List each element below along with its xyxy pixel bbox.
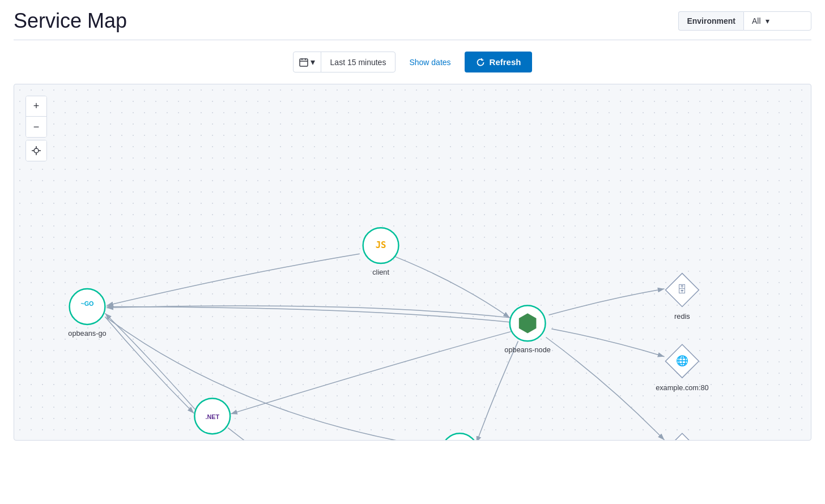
- svg-text:example.com:80: example.com:80: [656, 383, 709, 392]
- zoom-controls: + −: [25, 96, 47, 161]
- environment-label: Environment: [678, 11, 743, 31]
- chevron-down-icon: ▾: [766, 16, 769, 25]
- svg-marker-36: [665, 433, 699, 440]
- edge-opbeans-go-opbeans-dotnet: [105, 317, 194, 413]
- node-client[interactable]: JS client: [363, 228, 399, 276]
- env-value: All: [752, 16, 761, 25]
- node-opbeans-go[interactable]: ~GO opbeans-go: [68, 289, 106, 337]
- svg-text:~GO: ~GO: [80, 300, 93, 307]
- page-title: Service Map: [14, 9, 127, 33]
- edge-client-opbeans-node: [381, 251, 510, 318]
- show-dates-button[interactable]: Show dates: [402, 53, 457, 71]
- refresh-button[interactable]: Refresh: [465, 52, 533, 72]
- time-range-value: Last 15 minutes: [321, 53, 396, 71]
- svg-rect-0: [300, 59, 308, 66]
- service-map[interactable]: + −: [14, 84, 811, 441]
- header-controls: Environment All ▾: [678, 11, 811, 31]
- node-opbeans-java[interactable]: ☕ opbeans-java: [438, 433, 482, 440]
- svg-text:opbeans-node: opbeans-node: [504, 345, 551, 354]
- svg-text:redis: redis: [674, 312, 690, 321]
- crosshair-icon: [31, 146, 41, 156]
- edge-opbeans-node-redis: [548, 289, 664, 315]
- service-map-svg: JS client opbeans-node ~GO opbeans-go .N…: [14, 84, 811, 440]
- calendar-icon: [299, 58, 308, 67]
- refresh-label: Refresh: [490, 57, 521, 67]
- edge-client-opbeans-go: [107, 254, 359, 305]
- edge-opbeans-dotnet-opbeans-go: [105, 313, 195, 409]
- zoom-out-button[interactable]: −: [26, 117, 46, 137]
- zoom-button-group: + −: [25, 96, 47, 138]
- svg-text:JS: JS: [376, 240, 386, 250]
- refresh-icon: [476, 58, 485, 67]
- page-header: Service Map Environment All ▾: [0, 0, 825, 40]
- environment-select[interactable]: All ▾: [743, 11, 811, 31]
- zoom-in-button[interactable]: +: [26, 96, 46, 117]
- svg-point-4: [34, 148, 39, 153]
- edge-opbeans-node-opbeans-go: [107, 306, 511, 318]
- node-opbeans-dotnet[interactable]: .NET opbeans-dotnet: [187, 398, 237, 440]
- svg-text:opbeans-dotnet: opbeans-dotnet: [187, 438, 237, 440]
- edge-opbeans-node-postgresql: [546, 337, 665, 440]
- svg-text:opbeans-go: opbeans-go: [68, 329, 106, 338]
- toolbar: ▾ Last 15 minutes Show dates Refresh: [0, 40, 825, 84]
- dropdown-chevron: ▾: [311, 57, 315, 67]
- node-postgresql[interactable]: 🐘 postgresql: [665, 433, 699, 440]
- node-example-com[interactable]: 🌐 example.com:80: [656, 344, 709, 391]
- svg-text:🗄: 🗄: [677, 284, 687, 295]
- edge-opbeans-node-opbeans-java: [477, 341, 518, 440]
- center-button-group: [25, 140, 47, 161]
- edge-opbeans-node-opbeans-dotnet: [231, 332, 511, 414]
- svg-text:.NET: .NET: [205, 413, 219, 420]
- svg-text:client: client: [372, 268, 389, 276]
- node-redis[interactable]: 🗄 redis: [665, 274, 699, 321]
- calendar-icon-button[interactable]: ▾: [294, 52, 321, 72]
- node-opbeans-node[interactable]: opbeans-node: [504, 306, 551, 354]
- edge-opbeans-go-opbeans-java: [107, 318, 441, 440]
- center-map-button[interactable]: [26, 140, 46, 161]
- svg-text:🌐: 🌐: [676, 354, 689, 367]
- edge-opbeans-dotnet-sqlite: [228, 428, 322, 440]
- edge-opbeans-node-example: [551, 329, 664, 357]
- time-picker[interactable]: ▾ Last 15 minutes: [293, 52, 396, 72]
- edge-cross-1: [107, 307, 511, 322]
